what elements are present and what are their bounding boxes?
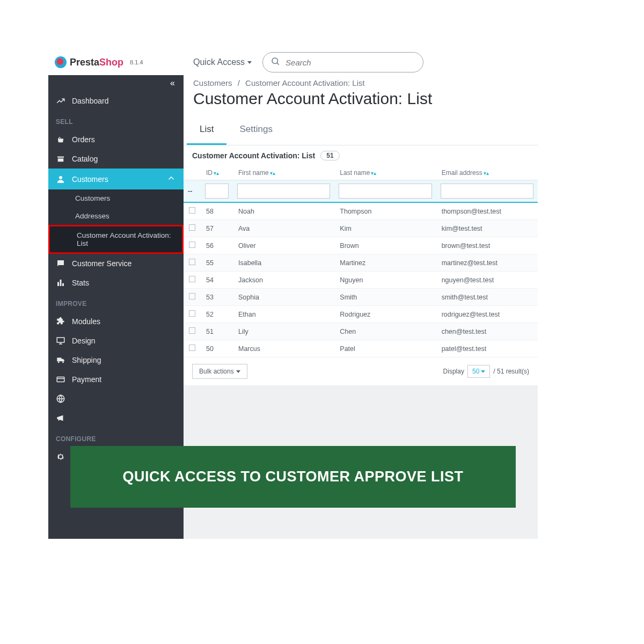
sidebar-item-label: Dashboard	[72, 97, 109, 105]
row-checkbox[interactable]	[189, 327, 195, 334]
cell-last: Kim	[334, 220, 436, 237]
table-row[interactable]: 53SophiaSmithsmith@test.test	[184, 289, 538, 306]
display-label: Display	[443, 368, 464, 375]
sidebar-item-modules[interactable]: Modules	[48, 312, 184, 331]
sort-icons: ▾▴	[214, 170, 219, 176]
sidebar-subitem-addresses[interactable]: Addresses	[48, 207, 184, 225]
basket-icon	[56, 135, 65, 144]
breadcrumb: Customers / Customer Account Activation:…	[184, 75, 538, 87]
cell-email: chen@test.test	[436, 323, 538, 340]
promo-banner: QUICK ACCESS TO CUSTOMER APPROVE LIST	[70, 446, 516, 508]
svg-rect-1	[57, 282, 59, 287]
monitor-icon	[56, 336, 65, 346]
cell-email: nguyen@test.test	[436, 272, 538, 289]
col-check	[184, 166, 201, 180]
table-row[interactable]: 54JacksonNguyennguyen@test.test	[184, 272, 538, 289]
filter-last-input[interactable]	[339, 184, 431, 199]
table-row[interactable]: 56OliverBrownbrown@test.test	[184, 237, 538, 254]
col-first[interactable]: First name▾▴	[233, 166, 334, 180]
row-checkbox[interactable]	[189, 259, 195, 265]
cell-id: 57	[201, 220, 233, 237]
cell-email: rodriguez@test.test	[436, 306, 538, 323]
row-checkbox[interactable]	[189, 293, 195, 299]
sidebar-subitem-caa[interactable]: Customer Account Activation: List	[48, 225, 184, 254]
sidebar-item-orders[interactable]: Orders	[48, 130, 184, 149]
sidebar-subitem-customers[interactable]: Customers	[48, 189, 184, 207]
cell-last: Martinez	[334, 254, 436, 272]
filter-email-input[interactable]	[441, 184, 533, 199]
brand-text: PrestaShop	[70, 57, 123, 68]
cell-id: 52	[201, 306, 233, 323]
caret-down-icon	[481, 370, 485, 373]
svg-rect-4	[57, 338, 64, 342]
cell-email: brown@test.test	[436, 237, 538, 254]
sort-icons: ▾▴	[371, 170, 376, 176]
row-checkbox[interactable]	[189, 207, 195, 214]
sidebar-item-label: Shipping	[72, 356, 101, 364]
megaphone-icon	[56, 413, 65, 423]
cell-id: 50	[201, 340, 233, 357]
sidebar-item-catalog[interactable]: Catalog	[48, 149, 184, 169]
puzzle-icon	[56, 317, 65, 326]
col-id[interactable]: ID▾▴	[201, 166, 233, 180]
sidebar-item-customer-service[interactable]: Customer Service	[48, 254, 184, 273]
sidebar-item-label: Orders	[72, 135, 95, 144]
sidebar-item-design[interactable]: Design	[48, 331, 184, 350]
cell-first: Isabella	[233, 254, 334, 272]
person-icon	[56, 174, 65, 184]
sidebar-item-international[interactable]	[48, 389, 184, 408]
row-checkbox[interactable]	[189, 345, 195, 351]
quick-access-dropdown[interactable]: Quick Access	[193, 57, 252, 67]
cell-id: 51	[201, 323, 233, 340]
search-input[interactable]	[286, 58, 415, 67]
sidebar-item-label: Catalog	[72, 155, 98, 163]
sidebar-item-stats[interactable]: Stats	[48, 273, 184, 292]
sidebar-item-payment[interactable]: Payment	[48, 370, 184, 389]
table-row[interactable]: 51LilyChenchen@test.test	[184, 323, 538, 340]
filter-first-input[interactable]	[237, 184, 330, 199]
row-checkbox[interactable]	[189, 276, 195, 282]
row-checkbox[interactable]	[189, 241, 195, 248]
sidebar-item-customers[interactable]: Customers	[48, 169, 184, 189]
filter-id-input[interactable]	[205, 184, 229, 199]
sidebar-item-label: Customers	[72, 175, 108, 184]
sidebar-item-shipping[interactable]: Shipping	[48, 350, 184, 370]
table-row[interactable]: 52EthanRodriguezrodriguez@test.test	[184, 306, 538, 323]
sidebar-section-sell: SELL	[48, 111, 184, 130]
row-checkbox[interactable]	[189, 310, 195, 317]
cell-email: kim@test.test	[436, 220, 538, 237]
collapse-sidebar-button[interactable]	[48, 75, 184, 91]
cell-email: patel@test.test	[436, 340, 538, 357]
filter-check-cell: --	[184, 180, 201, 203]
col-last[interactable]: Last name▾▴	[334, 166, 436, 180]
sidebar-item-marketing[interactable]	[48, 408, 184, 428]
filter-row: --	[184, 180, 538, 203]
cell-last: Chen	[334, 323, 436, 340]
list-panel: Customer Account Activation: List 51 ID▾…	[184, 145, 538, 385]
table-row[interactable]: 58NoahThompsonthompson@test.test	[184, 202, 538, 220]
cell-id: 53	[201, 289, 233, 306]
tab-list[interactable]: List	[187, 115, 226, 145]
row-checkbox[interactable]	[189, 224, 195, 231]
search-box[interactable]	[262, 52, 423, 72]
sidebar-item-dashboard[interactable]: Dashboard	[48, 91, 184, 111]
breadcrumb-item[interactable]: Customers	[193, 78, 232, 87]
table-row[interactable]: 50MarcusPatelpatel@test.test	[184, 340, 538, 357]
customers-submenu: Customers Addresses Customer Account Act…	[48, 189, 184, 254]
table-row[interactable]: 55IsabellaMartinezmartinez@test.test	[184, 254, 538, 272]
chevron-up-icon	[166, 173, 176, 185]
globe-icon	[56, 394, 65, 404]
cell-id: 58	[201, 202, 233, 220]
table-row[interactable]: 57AvaKimkim@test.test	[184, 220, 538, 237]
quick-access-label: Quick Access	[193, 57, 245, 67]
brand-name-1: Presta	[70, 57, 99, 68]
bulk-actions-button[interactable]: Bulk actions	[192, 364, 247, 379]
caret-down-icon	[236, 370, 240, 373]
col-email[interactable]: Email address▾▴	[436, 166, 538, 180]
display-select[interactable]: 50	[467, 365, 490, 378]
brand-logo-icon	[55, 56, 67, 68]
svg-rect-3	[62, 283, 64, 286]
panel-header: Customer Account Activation: List 51	[184, 145, 538, 166]
svg-point-7	[58, 361, 60, 363]
tab-settings[interactable]: Settings	[226, 115, 285, 145]
